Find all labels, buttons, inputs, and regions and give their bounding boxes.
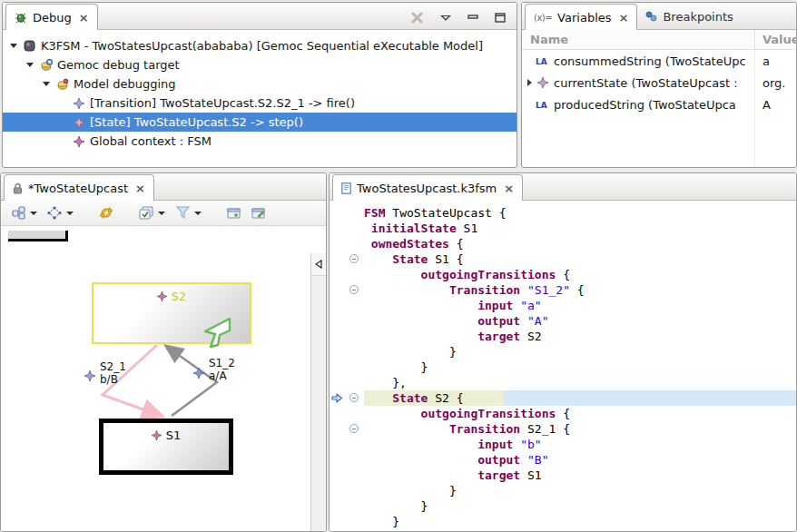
editor-gutter[interactable] [330, 205, 364, 221]
string-variable-icon: LA [536, 54, 549, 67]
tab-breakpoints[interactable]: Breakpoints [637, 4, 741, 29]
transition-S1_2-name: S1_2 [209, 357, 235, 369]
tab-variables[interactable]: (x)= Variables × [525, 4, 637, 30]
code-line: target S1 [330, 468, 796, 483]
expanded-twistie-icon[interactable] [43, 82, 50, 86]
code-area[interactable]: FSM TwoStateUpcast {initialState S1owned… [330, 201, 796, 532]
editor-gutter[interactable] [330, 375, 364, 390]
refresh-button[interactable] [97, 204, 115, 222]
diagram-canvas[interactable]: S2 S1 S2_1 b/B [1, 226, 326, 532]
editor-gutter[interactable] [330, 267, 364, 282]
code-text: } [364, 514, 796, 529]
editor-gutter[interactable] [330, 251, 364, 267]
fold-collapse-icon[interactable] [349, 285, 359, 294]
code-text: } [364, 498, 796, 514]
arrange-all-button[interactable] [10, 204, 39, 222]
tab-diagram[interactable]: *TwoStateUpcast × [4, 174, 154, 201]
layers-dropdown-icon[interactable] [158, 212, 165, 215]
filters-dropdown-icon[interactable] [194, 212, 202, 215]
editor-gutter[interactable] [330, 344, 364, 360]
editor-gutter[interactable] [330, 437, 364, 452]
code-text: target S1 [364, 468, 796, 483]
debug-tree-row[interactable]: Model debugging [3, 74, 517, 94]
remove-terminated-icon[interactable] [410, 11, 424, 24]
minimize-icon[interactable] [467, 13, 478, 22]
editor-gutter[interactable] [330, 514, 364, 529]
editor-gutter[interactable] [330, 390, 364, 406]
state-node-S2[interactable]: S2 [92, 282, 251, 344]
layers-button[interactable] [137, 204, 167, 222]
export-image-button[interactable] [225, 205, 243, 222]
palette-expand-button[interactable] [311, 253, 326, 276]
column-value[interactable]: Value [754, 30, 796, 49]
code-line: input "b" [330, 437, 796, 452]
fold-collapse-icon[interactable] [349, 393, 359, 402]
expanded-twistie-icon[interactable] [10, 44, 17, 48]
lock-icon [13, 182, 23, 194]
code-line: Transition S2_1 { [330, 421, 796, 437]
editor-gutter[interactable] [330, 483, 364, 498]
debug-tabbar: Debug × [3, 3, 517, 30]
transition-edges [1, 226, 313, 532]
code-line: } [330, 498, 796, 514]
transition-label-S2_1[interactable]: S2_1 b/B [84, 360, 126, 386]
view-menu-icon[interactable] [440, 15, 451, 21]
debug-tree-row[interactable]: Gemoc debug target [3, 55, 517, 74]
variables-header: Name Value [522, 30, 796, 50]
variable-value: a [754, 50, 796, 72]
fold-collapse-icon[interactable] [349, 254, 359, 263]
code-text: State S2 { [364, 390, 796, 406]
code-line: output "A" [330, 313, 796, 329]
debug-view: Debug × K3FSM - TwoStatesUpcast(abababa)… [2, 2, 517, 168]
editor-gutter[interactable] [330, 221, 364, 236]
tab-debug-close-icon[interactable]: × [79, 12, 89, 24]
code-line: } [330, 514, 796, 529]
debug-tree-label: Gemoc debug target [57, 58, 180, 72]
column-divider[interactable] [754, 50, 755, 168]
transition-label-S1_2[interactable]: S1_2 a/A [193, 357, 235, 382]
editor-gutter[interactable] [330, 498, 364, 514]
editor-gutter[interactable] [330, 406, 364, 421]
code-text: outgoingTransitions { [364, 267, 796, 282]
fold-collapse-icon[interactable] [349, 424, 359, 433]
column-name[interactable]: Name [522, 33, 754, 46]
expanded-twistie-icon[interactable] [26, 63, 34, 67]
export-diagram-button[interactable] [250, 205, 268, 222]
editor-gutter[interactable] [330, 329, 364, 344]
tab-variables-close-icon[interactable]: × [619, 12, 629, 24]
debug-tree-row[interactable]: K3FSM - TwoStatesUpcast(abababa) [Gemoc … [3, 36, 517, 55]
debug-tree-row[interactable]: Global context : FSM [3, 132, 517, 151]
variable-name: producedString (TwoStateUpca [554, 98, 736, 112]
code-line: outgoingTransitions { [330, 267, 796, 282]
code-text: output "B" [364, 452, 796, 468]
code-line: } [330, 483, 796, 498]
maximize-icon[interactable] [495, 13, 506, 23]
editor-gutter[interactable] [330, 298, 364, 313]
state-node-S1[interactable]: S1 [99, 419, 233, 475]
variables-table[interactable]: LAconsummedString (TwoStateUpcacurrentSt… [522, 50, 796, 115]
tab-editor-close-icon[interactable]: × [504, 182, 514, 194]
debug-tree-row[interactable]: [Transition] TwoStateUpcast.S2.S2_1 -> f… [3, 94, 517, 113]
select-dropdown-icon[interactable] [66, 212, 74, 215]
debug-tree-row[interactable]: [State] TwoStateUpcast.S2 -> step() [3, 113, 517, 132]
editor-tabbar: TwoStatesUpcast.k3fsm × [330, 173, 796, 201]
editor-gutter[interactable] [330, 421, 364, 437]
tab-editor[interactable]: TwoStatesUpcast.k3fsm × [332, 174, 523, 201]
clipboard-button[interactable] [324, 204, 327, 222]
tab-diagram-close-icon[interactable]: × [135, 182, 145, 194]
editor-gutter[interactable] [330, 468, 364, 483]
debug-tree[interactable]: K3FSM - TwoStatesUpcast(abababa) [Gemoc … [3, 30, 517, 151]
editor-gutter[interactable] [330, 452, 364, 468]
editor-gutter[interactable] [330, 236, 364, 251]
editor-gutter[interactable] [330, 313, 364, 329]
filters-button[interactable] [173, 204, 203, 222]
tab-debug[interactable]: Debug × [5, 4, 98, 30]
collapsed-twistie-icon[interactable] [527, 79, 532, 86]
editor-gutter[interactable] [330, 360, 364, 375]
arrange-dropdown-icon[interactable] [30, 212, 37, 215]
file-icon [341, 182, 351, 194]
diagram-tabbar: *TwoStateUpcast × [1, 173, 326, 201]
select-mode-button[interactable] [45, 204, 75, 222]
editor-gutter[interactable] [330, 282, 364, 298]
code-text: input "b" [364, 437, 796, 452]
